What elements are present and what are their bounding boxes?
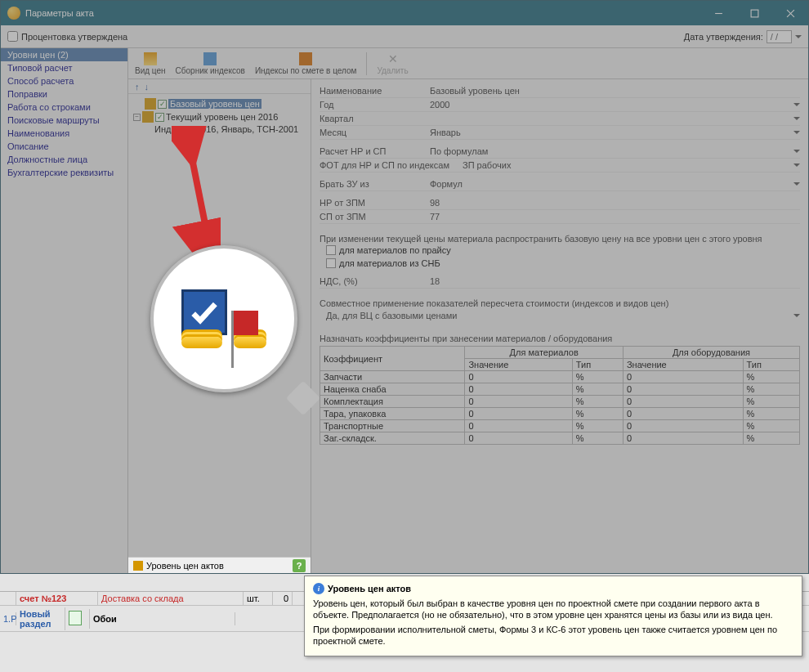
sp-field[interactable]: 77: [430, 212, 800, 222]
flag-icon: [234, 311, 258, 335]
snb-materials-checkbox[interactable]: [326, 258, 336, 268]
table-row[interactable]: Комплектация0%0%: [320, 396, 800, 408]
delete-button: ✕Удалить: [377, 52, 408, 75]
year-field[interactable]: 2000: [430, 100, 800, 110]
down-arrow-icon[interactable]: ↓: [145, 82, 150, 92]
price-materials-checkbox[interactable]: [326, 245, 336, 255]
nav-item[interactable]: Работа со строками: [1, 101, 127, 114]
name-field[interactable]: Базовый уровень цен: [430, 86, 800, 96]
close-button[interactable]: [772, 1, 808, 25]
table-row[interactable]: Запчасти0%0%: [320, 371, 800, 383]
nav-item[interactable]: Описание: [1, 140, 127, 153]
titlebar[interactable]: Параметры акта: [1, 1, 808, 25]
nav-item[interactable]: Уровни цен (2): [1, 48, 127, 61]
dialog-window: Параметры акта Процентовка утверждена Да…: [0, 0, 809, 574]
month-field[interactable]: Январь: [430, 128, 800, 137]
table-row[interactable]: Транспортные0%0%: [320, 420, 800, 432]
grid-cell[interactable]: шт.: [244, 592, 273, 605]
calc-field[interactable]: По формулам: [430, 146, 800, 156]
grid-cell[interactable]: Доставка со склада: [98, 592, 244, 605]
up-arrow-icon[interactable]: ↑: [135, 82, 140, 92]
table-row[interactable]: Заг.-складск.0%0%: [320, 432, 800, 445]
fot-field[interactable]: ЗП рабочих: [463, 160, 800, 170]
status-label: Уровень цен актов: [146, 561, 224, 571]
approved-checkbox[interactable]: [7, 31, 18, 42]
minimize-button[interactable]: [700, 1, 736, 25]
view-prices-button[interactable]: Вид цен: [135, 52, 166, 75]
tree-node-current[interactable]: − ✓ Текущий уровень цен 2016: [133, 110, 306, 123]
nav-item[interactable]: Наименования: [1, 127, 127, 140]
date-label: Дата утверждения:: [684, 32, 763, 42]
check-icon: ✓: [155, 113, 164, 122]
grid-cell[interactable]: Обои: [90, 612, 235, 625]
nds-field[interactable]: 18: [430, 276, 800, 286]
grid-cell[interactable]: Новый раздел: [16, 607, 65, 630]
document-icon: [69, 611, 82, 625]
level-icon: [145, 98, 156, 110]
nr-field[interactable]: 98: [430, 198, 800, 208]
index-collection-button[interactable]: Сборник индексов: [176, 52, 245, 75]
approved-label: Процентовка утверждена: [21, 32, 127, 42]
coefficients-table[interactable]: КоэффициентДля материаловДля оборудовани…: [320, 346, 800, 445]
check-icon: ✓: [158, 100, 167, 109]
grid-cell[interactable]: счет №123: [16, 592, 98, 605]
properties-panel: НаименованиеБазовый уровень цен Год2000 …: [311, 79, 808, 573]
svg-line-5: [188, 138, 211, 253]
joint-field[interactable]: Да, для ВЦ с базовыми ценами: [320, 311, 800, 320]
level-icon: [133, 561, 143, 571]
check-icon: [181, 289, 227, 335]
annotation-arrow: [172, 126, 221, 265]
options-bar: Процентовка утверждена Дата утверждения:…: [1, 25, 808, 48]
collapse-icon[interactable]: −: [133, 114, 141, 121]
magnifier-annotation: [150, 245, 311, 405]
propagate-label: При изменении текущей цены материала рас…: [320, 234, 800, 244]
grid-cell[interactable]: 0: [273, 592, 293, 605]
window-title: Параметры акта: [25, 8, 700, 18]
status-bar: Уровень цен актов ?: [128, 557, 311, 573]
estimate-indexes-button[interactable]: Индексы по смете в целом: [255, 52, 357, 75]
info-icon: i: [313, 583, 324, 594]
app-icon: [7, 7, 20, 20]
table-row[interactable]: Тара, упаковка0%0%: [320, 408, 800, 420]
date-field[interactable]: / /: [767, 30, 792, 43]
level-icon: [142, 111, 154, 123]
tree-node-base[interactable]: ✓ Базовый уровень цен: [133, 97, 306, 110]
nav-item[interactable]: Типовой расчет: [1, 61, 127, 74]
help-icon[interactable]: ?: [293, 559, 306, 572]
navigation-panel: Уровни цен (2)Типовой расчетСпособ расче…: [1, 48, 128, 573]
nav-item[interactable]: Поисковые маршруты: [1, 114, 127, 127]
svg-rect-1: [751, 10, 758, 17]
table-row[interactable]: Наценка снаба0%0%: [320, 383, 800, 396]
date-dropdown-icon[interactable]: [795, 35, 802, 38]
nav-item[interactable]: Бухгалтерские реквизиты: [1, 166, 127, 179]
toolbar: Вид цен Сборник индексов Индексы по смет…: [128, 48, 808, 79]
tooltip: iУровень цен актов Уровень цен, который …: [304, 576, 802, 656]
nav-item[interactable]: Должностные лица: [1, 153, 127, 166]
nav-item[interactable]: Поправки: [1, 87, 127, 101]
zu-field[interactable]: Формул: [430, 179, 800, 189]
maximize-button[interactable]: [736, 1, 772, 25]
nav-item[interactable]: Способ расчета: [1, 74, 127, 87]
